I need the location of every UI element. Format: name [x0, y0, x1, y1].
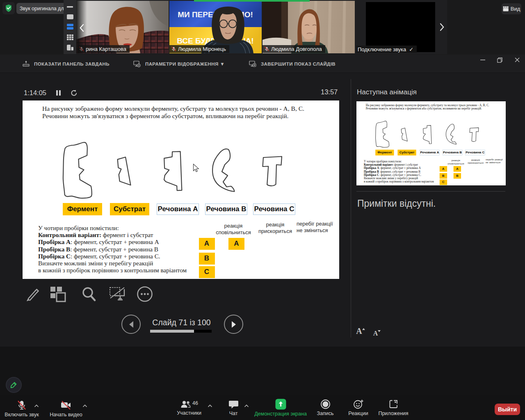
- close-icon: [515, 57, 520, 62]
- molecule-shape-Речовина А: [164, 151, 182, 190]
- chevron-up-icon: [34, 404, 39, 408]
- molecule-shape-Субстрат: [118, 157, 131, 185]
- reactions-label: Реакции: [348, 411, 368, 416]
- original-sound-button[interactable]: Звук оригинала для: [16, 3, 70, 14]
- leave-label: Выйти: [498, 406, 517, 413]
- next-animation-preview: На рисунку зображено форму молекули ферм…: [356, 101, 506, 185]
- answer-letter-box: А: [228, 238, 244, 250]
- pen-tool-button[interactable]: [23, 285, 41, 303]
- next-slide-button[interactable]: [224, 315, 243, 334]
- tube-letter-box: А: [440, 166, 447, 172]
- leave-meeting-button[interactable]: Выйти: [495, 404, 520, 415]
- speaker-view-icon[interactable]: [66, 14, 74, 20]
- chat-button[interactable]: Чат: [224, 400, 243, 416]
- molecule-shape-Субстрат: [401, 128, 407, 141]
- participants-options-chevron[interactable]: [207, 402, 213, 410]
- muted-mic-icon: [264, 46, 269, 52]
- record-icon: [320, 399, 331, 409]
- record-label: Запись: [317, 411, 333, 416]
- display-settings-button[interactable]: ПАРАМЕТРИ ВІДОБРАЖЕННЯ ▼: [133, 55, 225, 73]
- show-taskbar-label: ПОКАЗАТИ ПАНЕЛЬ ЗАВДАНЬ: [34, 62, 110, 66]
- gallery-view-icon[interactable]: [66, 34, 74, 41]
- chat-options-chevron[interactable]: [244, 402, 249, 410]
- molecule-label: Речовина А: [420, 150, 440, 155]
- view-button-label: Вид: [511, 6, 520, 12]
- see-all-slides-button[interactable]: [49, 285, 67, 303]
- end-slideshow-button[interactable]: ЗАВЕРШИТИ ПОКАЗ СЛАЙДІВ: [249, 55, 336, 73]
- molecule-label: Речовина А: [157, 203, 199, 215]
- participant-name-label: Людмила Міронець: [169, 45, 229, 53]
- scroll-videos-left-button[interactable]: [78, 23, 85, 33]
- audio-options-chevron[interactable]: [34, 402, 39, 410]
- share-screen-icon: [275, 399, 286, 410]
- molecule-shape-Речовина С: [470, 128, 479, 142]
- outcome-column-header: перебіг реакціїне зміниться: [297, 221, 339, 234]
- zoom-into-slide-button[interactable]: [80, 285, 98, 303]
- black-screen-button[interactable]: [108, 285, 126, 303]
- ellipsis-icon: [137, 286, 153, 302]
- font-decrease-label: A: [373, 330, 378, 337]
- notes-divider: [356, 191, 505, 192]
- wall-clock: 13:57: [321, 88, 338, 96]
- window-minimize-button[interactable]: [477, 55, 489, 65]
- molecule-label: Фермент: [63, 203, 102, 215]
- muted-mic-icon: [16, 400, 27, 411]
- zoom-toolbar: Включить звук Начать видео: [0, 395, 525, 420]
- current-slide[interactable]: На рисунку зображено форму молекули ферм…: [23, 100, 339, 279]
- chat-label: Чат: [229, 411, 238, 416]
- share-screen-label: Демонстрация экрана: [254, 411, 307, 417]
- show-taskbar-button[interactable]: ПОКАЗАТИ ПАНЕЛЬ ЗАВДАНЬ: [23, 55, 110, 73]
- zoom-meeting-screen: Звук оригинала для: [0, 0, 525, 420]
- chevron-up-icon: [244, 404, 249, 408]
- meeting-security-button[interactable]: [2, 2, 15, 14]
- participants-count: 46: [192, 400, 198, 406]
- side-by-side-view-icon[interactable]: [66, 44, 74, 51]
- video-options-chevron[interactable]: [82, 402, 88, 410]
- view-button[interactable]: Вид: [502, 3, 521, 14]
- participant-video-kartashova[interactable]: рина Карташова: [76, 1, 169, 53]
- share-screen-button[interactable]: Демонстрация экрана: [256, 399, 305, 417]
- reactions-button[interactable]: Реакции: [347, 399, 370, 416]
- molecule-shape-Речовина А: [423, 126, 431, 144]
- tube-letter-box: В: [199, 253, 215, 265]
- more-options-button[interactable]: [136, 285, 154, 303]
- triangle-down-icon: [378, 330, 381, 333]
- unmute-label: Включить звук: [5, 412, 39, 418]
- next-arrow-icon: [230, 320, 237, 329]
- participant-video-dovhopola[interactable]: Людмила Довгопола: [262, 1, 355, 53]
- molecule-shape-Фермент: [376, 121, 389, 147]
- minimize-strip-icon[interactable]: [66, 4, 74, 10]
- end-slideshow-label: ЗАВЕРШИТИ ПОКАЗ СЛАЙДІВ: [261, 62, 336, 66]
- slide-progress-bar: [150, 330, 212, 333]
- apps-icon: [388, 399, 399, 409]
- apps-button[interactable]: Приложения: [377, 399, 409, 416]
- start-video-button[interactable]: Начать видео: [48, 400, 84, 418]
- scroll-videos-right-button[interactable]: [439, 22, 445, 32]
- restart-timer-button[interactable]: [71, 89, 78, 96]
- powerpoint-presenter-view: ПОКАЗАТИ ПАНЕЛЬ ЗАВДАНЬ ПАРАМЕТРИ ВІДОБР…: [0, 55, 525, 347]
- audio-connected-check-icon: ✓: [409, 46, 413, 52]
- presenter-toolbar: ПОКАЗАТИ ПАНЕЛЬ ЗАВДАНЬ ПАРАМЕТРИ ВІДОБР…: [0, 55, 525, 73]
- notes-font-decrease-button[interactable]: A: [371, 326, 383, 337]
- notes-empty-text: Примітки відсутні.: [357, 198, 436, 209]
- window-restore-button[interactable]: [493, 55, 506, 65]
- molecule-label: Речовина В: [443, 150, 463, 155]
- strip-view-icon[interactable]: [66, 23, 74, 30]
- participant-video-mironets[interactable]: МИ ПЕРЕМОЖЕМО! ВСЕ БУДЕ УКРАЇНА! Людми: [169, 1, 262, 53]
- slide-sorter-icon: [50, 286, 67, 302]
- molecule-label: Речовина С: [465, 150, 485, 155]
- slide-body-text: У чотири пробірки помістили:Контрольний …: [38, 224, 187, 274]
- chevron-up-icon: [82, 404, 88, 408]
- window-close-button[interactable]: [511, 55, 523, 65]
- pen-icon: [24, 286, 40, 302]
- annotate-button[interactable]: [6, 377, 22, 393]
- muted-mic-icon: [171, 46, 176, 52]
- participants-button[interactable]: 46 Участники: [174, 400, 204, 416]
- molecule-shape-Речовина В: [446, 124, 456, 144]
- participant-video-audio-connecting[interactable]: [366, 2, 435, 52]
- slide-counter: Слайд 71 із 100: [135, 318, 228, 327]
- record-button[interactable]: Запись: [316, 399, 335, 416]
- annotate-pencil-icon: [10, 381, 18, 389]
- pause-timer-button[interactable]: [56, 90, 61, 96]
- video-strip-view-controls: [64, 0, 76, 54]
